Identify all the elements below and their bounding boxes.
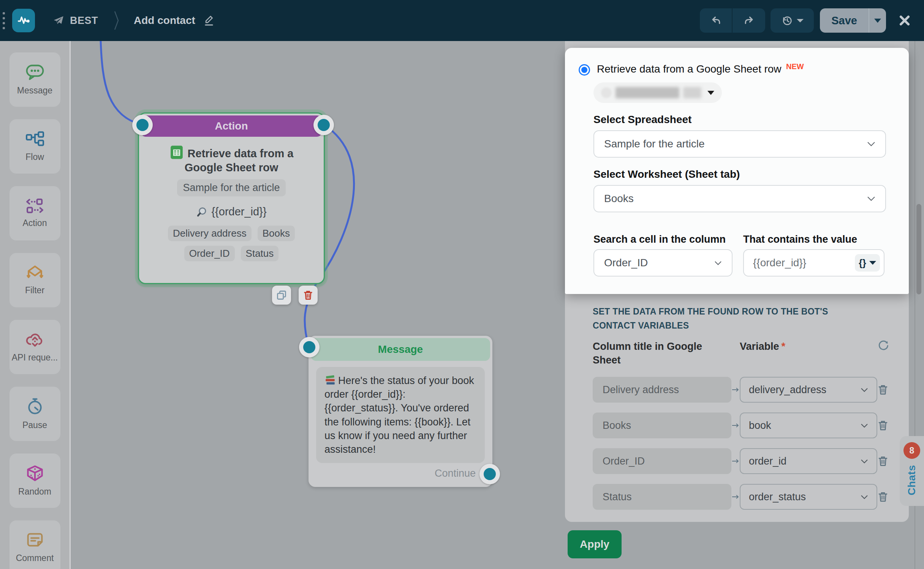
flow-icon [25,131,45,147]
chevron-down-icon [874,19,881,23]
api-cloud-icon [25,331,45,348]
chevron-down-icon [869,261,876,265]
sidebar-item-label: Random [18,487,51,497]
column-chip: Status [241,246,279,261]
chevron-down-icon [797,19,804,22]
variable-value: order_status [749,491,806,503]
sidebar-item-label: Action [23,218,47,228]
sheet-column-field[interactable]: Delivery address [593,377,731,403]
variable-select[interactable]: delivery_address [740,377,877,403]
contains-value-input[interactable]: {{order_id}} {} [743,249,884,277]
message-node-header: Message [311,338,490,361]
apply-button[interactable]: Apply [568,530,622,558]
refresh-columns-button[interactable] [877,340,905,352]
sidebar-item-flow[interactable]: Flow [9,119,60,174]
column-chips: Delivery address Books Order_ID Status [141,226,322,261]
sidebar-item-action[interactable]: Action [9,186,60,240]
sidebar-item-label: Pause [22,420,47,430]
chats-tab[interactable]: 8 Chats [900,436,924,506]
delete-row-button[interactable] [877,420,904,431]
copy-icon [276,290,287,300]
account-dropdown[interactable] [593,82,722,103]
vertical-scrollbar[interactable] [916,204,921,294]
sidebar-item-comment[interactable]: Comment [9,520,60,569]
undo-redo-group [700,8,765,33]
chevron-down-icon [867,196,875,201]
search-key-row: {{order_id}} [141,205,322,218]
sheet-column-field[interactable]: Books [593,413,731,438]
action-node-input-port[interactable] [132,115,153,135]
chats-unread-badge: 8 [903,442,920,459]
section-heading: SET THE DATA FROM THE FOUND ROW TO THE B… [593,305,836,333]
variable-select[interactable]: book [740,413,877,438]
sheet-column-field[interactable]: Status [593,484,731,510]
books-icon [324,375,336,386]
chevron-down-icon [867,141,875,147]
bot-selector[interactable]: BEST [52,14,98,27]
history-clock-icon [781,14,793,27]
variable-select[interactable]: order_id [740,448,877,474]
sidebar-item-random[interactable]: Random [9,454,60,508]
account-avatar [601,87,612,98]
sidebar-item-message[interactable]: Message [9,52,60,107]
retrieve-option-row: Retrieve data from a Google Sheet row NE… [579,63,888,76]
column-title-header: Column title in Google Sheet [593,340,710,367]
save-button[interactable]: Save [820,8,869,33]
sidebar-item-label: Comment [16,553,54,563]
variable-row: Status order_status [593,484,894,510]
duplicate-node-button[interactable] [272,286,291,305]
bot-name: BEST [70,15,98,27]
delete-row-button[interactable] [877,384,904,395]
search-column-select[interactable]: Order_ID [593,249,733,277]
new-badge: NEW [786,62,804,71]
column-chip: Order_ID [184,246,235,261]
sidebar-item-pause[interactable]: Pause [9,387,60,441]
message-node[interactable]: Message Here's the status of your book o… [309,336,492,487]
message-continue-port[interactable] [479,464,500,484]
redo-button[interactable] [733,8,765,33]
edit-title-icon[interactable] [203,14,215,27]
action-node-header: Action [141,115,322,137]
column-chip: Delivery address [168,226,252,241]
trash-icon [877,455,889,467]
spreadsheet-select[interactable]: Sample for the article [593,130,886,158]
breadcrumb-separator [112,6,121,35]
variable-header-text: Variable [740,341,779,352]
action-node-output-port[interactable] [313,115,334,135]
worksheet-label: Select Worksheet (Sheet tab) [593,168,888,180]
action-node[interactable]: Action Retrieve data from a Google Sheet… [138,112,325,284]
worksheet-select[interactable]: Books [593,185,886,212]
drag-handle-icon[interactable] [3,12,5,29]
sidebar-item-api-request[interactable]: API reque... [9,320,60,374]
refresh-icon [877,340,889,352]
app-logo[interactable] [12,9,35,32]
radio-selected-icon[interactable] [579,64,590,76]
variable-select[interactable]: order_status [740,484,877,510]
trash-icon [877,420,889,431]
variables-mapping-section: SET THE DATA FROM THE FOUND ROW TO THE B… [565,294,909,510]
sidebar-item-label: Flow [25,152,44,162]
pulse-icon [16,13,31,28]
chevron-down-icon [861,495,868,499]
message-node-input-port[interactable] [299,337,320,357]
save-dropdown-button[interactable] [869,8,886,33]
contains-value-label: That contains the value [743,234,884,245]
variable-header: Variable* [740,340,877,353]
sidebar-item-label: Filter [25,285,44,296]
delete-node-button[interactable] [299,286,318,305]
blurred-account-name [615,87,679,98]
comment-note-icon [25,532,44,548]
variables-header-row: Column title in Google Sheet Variable* [593,340,894,367]
radio-option-label: Retrieve data from a Google Sheet row [597,63,782,75]
spreadsheet-label: Select Spreadsheet [593,114,888,126]
continue-label: Continue [435,468,476,479]
insert-variable-button[interactable]: {} [855,254,880,272]
magnifier-icon [196,206,207,218]
trash-icon [877,491,889,503]
sheet-column-field[interactable]: Order_ID [593,448,731,474]
sidebar-item-filter[interactable]: Filter [9,253,60,307]
undo-button[interactable] [700,8,733,33]
history-button[interactable] [771,8,814,33]
close-icon[interactable] [898,14,911,27]
variable-value: order_id [749,455,786,467]
